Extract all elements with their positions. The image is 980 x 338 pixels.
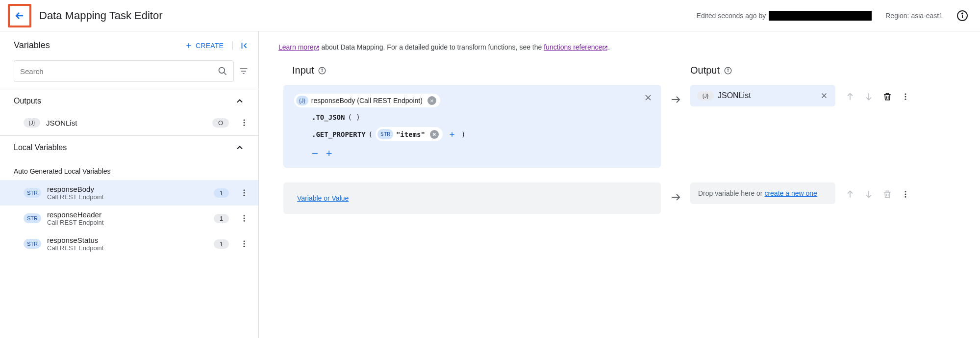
variable-name: JSONList: [46, 119, 77, 127]
svg-point-11: [244, 218, 245, 219]
add-argument-button[interactable]: [448, 130, 456, 139]
clear-input-button[interactable]: [643, 93, 653, 103]
delete-row-button[interactable]: [882, 92, 892, 102]
variable-name: responseHeader: [47, 210, 103, 219]
move-down-button[interactable]: [864, 92, 874, 102]
local-variables-section-header[interactable]: Local Variables: [0, 136, 258, 159]
info-icon[interactable]: [318, 66, 327, 75]
svg-point-4: [244, 119, 245, 121]
output-heading: Output: [690, 65, 835, 85]
svg-point-12: [244, 220, 245, 222]
sidebar-title: Variables: [14, 40, 50, 51]
info-icon[interactable]: [724, 66, 732, 75]
type-badge: STR: [24, 188, 41, 198]
editor-name-redacted: [769, 11, 872, 21]
svg-point-21: [728, 69, 729, 70]
remove-chip-button[interactable]: ×: [430, 130, 439, 139]
external-link-icon: [602, 45, 608, 51]
variable-row-responsebody[interactable]: STR responseBody Call REST Endpoint 1: [0, 180, 258, 206]
svg-point-14: [244, 243, 245, 245]
arrow-left-icon: [14, 10, 25, 22]
move-up-button[interactable]: [845, 189, 855, 199]
delete-row-button[interactable]: [882, 189, 892, 199]
mapping-arrow: [661, 182, 690, 203]
empty-input-placeholder[interactable]: Variable or Value: [283, 182, 661, 214]
learn-more-link[interactable]: Learn more: [278, 43, 320, 51]
svg-point-8: [244, 192, 245, 194]
svg-point-5: [244, 122, 245, 124]
row-actions: [835, 182, 968, 199]
filter-button[interactable]: [239, 66, 249, 76]
filter-icon: [239, 66, 249, 76]
variable-menu-button[interactable]: [240, 214, 249, 223]
svg-point-25: [905, 191, 906, 192]
type-badge: STR: [24, 213, 41, 223]
back-button[interactable]: [8, 4, 31, 27]
svg-point-18: [322, 69, 323, 70]
type-badge: {J}: [697, 91, 714, 101]
mapping-content: Learn more about Data Mapping. For a det…: [259, 31, 980, 338]
move-down-button[interactable]: [864, 189, 874, 199]
variable-row-responseheader[interactable]: STR responseHeader Call REST Endpoint 1: [0, 206, 258, 231]
description-text: Learn more about Data Mapping. For a det…: [278, 43, 968, 51]
empty-output-placeholder[interactable]: Drop variable here or create a new one: [690, 182, 835, 204]
row-menu-button[interactable]: [901, 190, 910, 199]
svg-point-10: [244, 215, 245, 216]
usage-count: 1: [214, 214, 229, 223]
variable-menu-button[interactable]: [240, 188, 249, 197]
clear-output-button[interactable]: [820, 91, 829, 100]
svg-point-22: [905, 93, 906, 95]
transform-function-to-json[interactable]: .TO_JSON( ): [294, 113, 652, 121]
collapse-left-icon: [240, 41, 249, 50]
mapping-output-card[interactable]: {J} JSONList: [690, 85, 835, 106]
variable-menu-button[interactable]: [240, 239, 249, 248]
search-input-wrapper: [14, 60, 234, 82]
variable-row-responsestatus[interactable]: STR responseStatus Call REST Endpoint 1: [0, 231, 258, 257]
svg-point-15: [244, 246, 245, 247]
row-menu-button[interactable]: [901, 92, 910, 101]
svg-point-7: [244, 189, 245, 191]
move-up-button[interactable]: [845, 92, 855, 102]
mapping-input-card[interactable]: {J} responseBody (Call REST Endpoint) × …: [283, 85, 661, 168]
variable-name: responseBody: [47, 185, 103, 193]
add-function-button[interactable]: +: [326, 148, 332, 159]
svg-point-6: [244, 125, 245, 126]
info-icon[interactable]: [956, 10, 968, 22]
search-input[interactable]: [20, 67, 218, 76]
mapping-arrow: [661, 85, 690, 105]
svg-point-23: [905, 96, 906, 98]
svg-point-3: [219, 68, 225, 74]
page-title: Data Mapping Task Editor: [39, 9, 163, 22]
type-badge: {J}: [24, 118, 40, 128]
row-actions: [835, 85, 968, 102]
svg-point-24: [905, 99, 906, 100]
region-label: Region: asia-east1: [885, 12, 943, 20]
functions-reference-link[interactable]: functions reference: [544, 43, 608, 51]
source-variable-chip[interactable]: {J} responseBody (Call REST Endpoint) ×: [294, 94, 440, 107]
svg-point-9: [244, 195, 245, 196]
transform-function-get-property[interactable]: .GET_PROPERTY( STR "items" × ): [294, 127, 652, 141]
collapse-sidebar-button[interactable]: [232, 41, 249, 50]
auto-generated-heading: Auto Generated Local Variables: [0, 159, 258, 180]
svg-point-13: [244, 240, 245, 242]
variable-row-jsonlist[interactable]: {J} JSONList O: [0, 113, 258, 132]
plus-icon: [185, 42, 193, 50]
usage-count: 1: [214, 239, 229, 249]
svg-point-2: [962, 13, 963, 14]
search-icon: [218, 66, 227, 76]
create-new-variable-link[interactable]: create a new one: [764, 189, 817, 197]
svg-point-26: [905, 194, 906, 195]
remove-chip-button[interactable]: ×: [427, 96, 436, 105]
variable-name: responseStatus: [47, 236, 103, 244]
input-heading: Input: [278, 65, 661, 85]
variable-or-value-link[interactable]: Variable or Value: [297, 194, 349, 202]
function-argument-chip[interactable]: STR "items" ×: [376, 127, 443, 141]
svg-point-27: [905, 196, 906, 198]
output-variable-name: JSONList: [718, 91, 751, 100]
usage-count: 1: [214, 188, 229, 198]
create-variable-button[interactable]: CREATE: [185, 42, 224, 50]
remove-function-button[interactable]: −: [312, 148, 318, 159]
variable-menu-button[interactable]: [240, 118, 249, 127]
outputs-section-header[interactable]: Outputs: [0, 89, 258, 113]
variable-source: Call REST Endpoint: [47, 193, 103, 201]
